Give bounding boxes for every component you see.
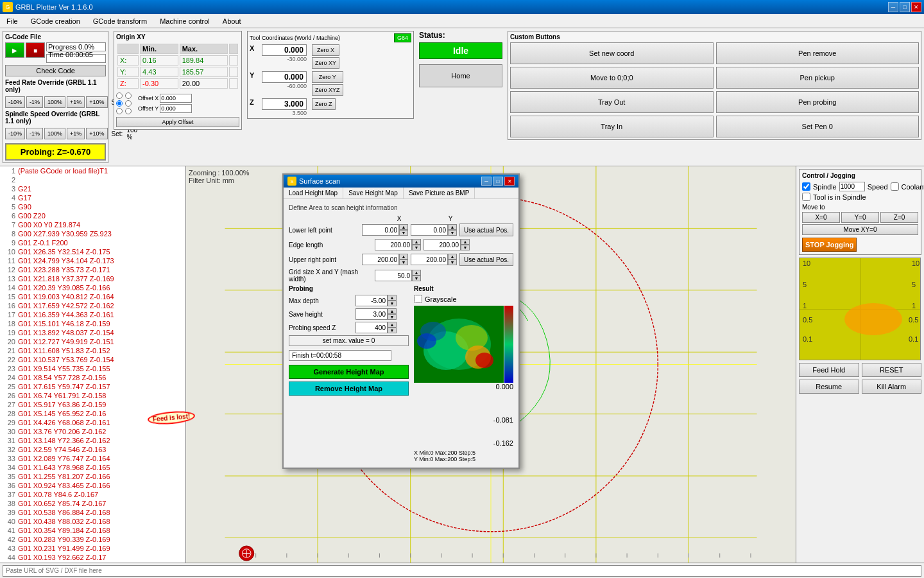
- generate-height-map-button[interactable]: Generate Height Map: [289, 365, 409, 379]
- grid-size-field[interactable]: [375, 270, 412, 281]
- spindle-plus1-btn[interactable]: +1%: [67, 128, 85, 139]
- radio-2[interactable]: [125, 92, 133, 99]
- spindle-minus10-btn[interactable]: -10%: [5, 128, 25, 139]
- radio-input-2[interactable]: [125, 92, 132, 99]
- radio-input-6[interactable]: [125, 108, 132, 114]
- probing-speed-input[interactable]: ▲ ▼: [355, 322, 397, 333]
- feed-100-btn[interactable]: 100%: [44, 96, 65, 108]
- upper-right-y-field[interactable]: [411, 254, 448, 265]
- custom-btn-1[interactable]: Pen remove: [716, 42, 920, 64]
- radio-4[interactable]: [125, 100, 133, 107]
- probing-speed-up[interactable]: ▲: [388, 322, 397, 328]
- zero-z-button[interactable]: Zero Z: [312, 98, 336, 110]
- load-height-map-btn[interactable]: Load Height Map: [284, 188, 343, 198]
- kill-alarm-button[interactable]: Kill Alarm: [862, 380, 922, 394]
- upper-right-x-input[interactable]: ▲ ▼: [362, 254, 408, 265]
- radio-input-5[interactable]: [116, 108, 123, 114]
- custom-btn-5[interactable]: Pen probing: [716, 91, 920, 113]
- stop-jogging-button[interactable]: STOP Jogging: [802, 238, 857, 252]
- menu-machine-control[interactable]: Machine control: [156, 16, 214, 26]
- spindle-checkbox[interactable]: [802, 182, 810, 191]
- save-height-map-btn[interactable]: Save Height Map: [343, 188, 404, 198]
- feed-plus1-btn[interactable]: +1%: [67, 96, 85, 108]
- save-height-input[interactable]: ▲ ▼: [355, 308, 397, 320]
- gcode-list[interactable]: 1(Paste GCode or load file)T123G214G175G…: [0, 166, 186, 563]
- grid-size-down[interactable]: ▼: [412, 276, 421, 281]
- custom-btn-2[interactable]: Move to 0;0;0: [510, 67, 714, 89]
- radio-1[interactable]: [116, 92, 124, 99]
- save-picture-btn[interactable]: Save Picture as BMP: [404, 188, 475, 198]
- probing-speed-down[interactable]: ▼: [388, 328, 397, 333]
- upper-right-x-up[interactable]: ▲: [399, 254, 408, 259]
- radio-input-4[interactable]: [125, 100, 132, 107]
- surface-scan-modal[interactable]: S Surface scan ─ □ ✕ Load Height Map Sav…: [282, 173, 520, 469]
- modal-close-btn[interactable]: ✕: [504, 177, 515, 186]
- lower-left-y-input[interactable]: ▲ ▼: [411, 224, 457, 236]
- radio-5[interactable]: [116, 108, 124, 114]
- zero-y-button[interactable]: Zero Y: [312, 71, 343, 83]
- maximize-button[interactable]: □: [900, 2, 910, 12]
- grid-size-up[interactable]: ▲: [412, 270, 421, 276]
- edge-y-up[interactable]: ▲: [461, 239, 470, 245]
- use-actual-pos1-button[interactable]: Use actual Pos.: [459, 223, 513, 236]
- upper-right-y-down[interactable]: ▼: [448, 259, 457, 265]
- zero-x-button[interactable]: Zero X: [312, 44, 339, 56]
- max-depth-down[interactable]: ▼: [388, 301, 397, 306]
- grayscale-checkbox[interactable]: [414, 295, 422, 303]
- apply-offset-button[interactable]: Apply Offset: [116, 117, 239, 127]
- stop-button[interactable]: ■: [26, 42, 45, 58]
- lower-left-y-up[interactable]: ▲: [448, 224, 457, 230]
- resume-button[interactable]: Resume: [799, 380, 859, 394]
- edge-length-y-input[interactable]: ▲ ▼: [424, 239, 470, 250]
- save-height-down[interactable]: ▼: [388, 314, 397, 320]
- custom-btn-6[interactable]: Tray In: [510, 116, 714, 137]
- menu-gcode-transform[interactable]: GCode transform: [89, 16, 151, 26]
- upper-right-y-up[interactable]: ▲: [448, 254, 457, 259]
- custom-btn-7[interactable]: Set Pen 0: [716, 116, 920, 137]
- custom-btn-0[interactable]: Set new coord: [510, 42, 714, 64]
- edge-length-x-input[interactable]: ▲ ▼: [375, 239, 421, 250]
- spindle-plus10-btn[interactable]: +10%: [86, 128, 107, 139]
- lower-left-y-field[interactable]: [411, 224, 448, 236]
- offset-x-input[interactable]: [160, 94, 192, 103]
- radio-3[interactable]: [116, 100, 124, 107]
- spindle-minus1-btn[interactable]: -1%: [26, 128, 43, 139]
- radio-input-1[interactable]: [116, 92, 123, 99]
- coolant-checkbox[interactable]: [891, 182, 899, 191]
- url-input[interactable]: [3, 565, 921, 577]
- save-height-field[interactable]: [355, 308, 388, 320]
- menu-about[interactable]: About: [219, 16, 245, 26]
- lower-left-x-input[interactable]: ▲ ▼: [362, 224, 408, 236]
- upper-right-y-input[interactable]: ▲ ▼: [411, 254, 457, 265]
- feed-plus10-btn[interactable]: +10%: [86, 96, 107, 108]
- feed-minus10-btn[interactable]: -10%: [5, 96, 25, 108]
- max-depth-up[interactable]: ▲: [388, 295, 397, 301]
- y0-button[interactable]: Y=0: [841, 212, 879, 223]
- close-button[interactable]: ✕: [911, 2, 921, 12]
- lower-left-x-field[interactable]: [362, 224, 399, 236]
- edge-x-up[interactable]: ▲: [412, 239, 421, 245]
- lower-left-x-up[interactable]: ▲: [399, 224, 408, 230]
- set-max-value-button[interactable]: set max. value = 0: [289, 335, 409, 346]
- modal-maximize-btn[interactable]: □: [493, 177, 503, 186]
- modal-minimize-btn[interactable]: ─: [481, 177, 492, 186]
- grid-size-input[interactable]: ▲ ▼: [375, 270, 421, 281]
- save-height-up[interactable]: ▲: [388, 308, 397, 314]
- edge-length-x-field[interactable]: [375, 239, 412, 250]
- spindle-100-btn[interactable]: 100%: [44, 128, 65, 139]
- zero-xyz-button[interactable]: Zero XYZ: [312, 84, 343, 96]
- upper-right-x-down[interactable]: ▼: [399, 259, 408, 265]
- move-xy0-button[interactable]: Move XY=0: [802, 224, 918, 235]
- custom-btn-3[interactable]: Pen pickup: [716, 67, 920, 89]
- feed-minus1-btn[interactable]: -1%: [26, 96, 43, 108]
- x0-button[interactable]: X=0: [802, 212, 840, 223]
- edge-y-down[interactable]: ▼: [461, 245, 470, 250]
- remove-height-map-button[interactable]: Remove Height Map: [289, 381, 409, 396]
- max-depth-input[interactable]: ▲ ▼: [355, 295, 397, 306]
- check-code-button[interactable]: Check Code: [5, 65, 106, 76]
- home-button[interactable]: Home: [419, 64, 502, 87]
- feed-hold-button[interactable]: Feed Hold: [799, 363, 859, 377]
- z0-button[interactable]: Z=0: [880, 212, 918, 223]
- minimize-button[interactable]: ─: [888, 2, 898, 12]
- probing-speed-field[interactable]: [355, 322, 388, 333]
